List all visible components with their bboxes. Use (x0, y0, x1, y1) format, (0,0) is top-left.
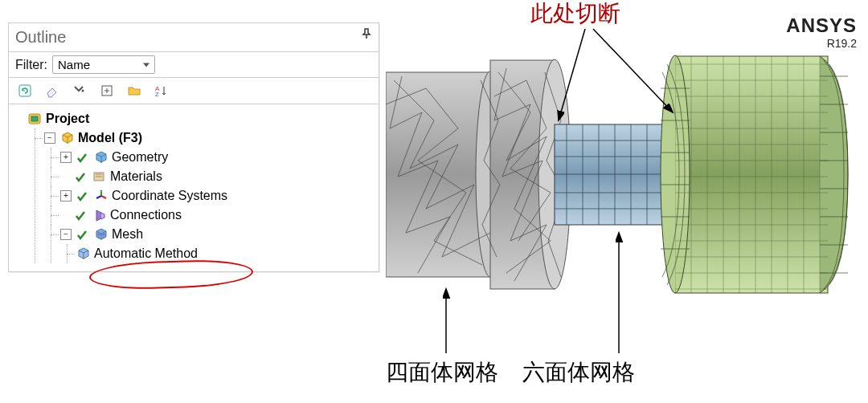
tree-project[interactable]: Project (28, 109, 375, 128)
outline-tree[interactable]: Project − Model (F3) + (9, 104, 379, 271)
filter-dropdown-value: Name (58, 58, 90, 71)
check-icon (76, 227, 91, 242)
tree-coord-label: Coordinate Systems (112, 186, 227, 206)
toolbar-expand-icon[interactable] (97, 81, 117, 100)
check-icon (76, 189, 91, 203)
check-icon (75, 208, 89, 222)
tree-project-label: Project (46, 109, 89, 128)
viewport[interactable]: ANSYS R19.2 (386, 0, 868, 403)
annot-hex: 六面体网格 (522, 357, 635, 388)
annot-tet: 四面体网格 (386, 357, 498, 388)
check-icon (76, 150, 91, 165)
svg-point-1 (82, 90, 84, 92)
toolbar-folder-icon[interactable] (125, 81, 144, 100)
svg-rect-6 (31, 116, 38, 121)
model-icon (60, 131, 75, 145)
tree-materials-label: Materials (110, 167, 162, 186)
tree-geometry-label: Geometry (112, 148, 168, 167)
outline-title-text: Outline (15, 28, 66, 46)
tree-coord[interactable]: + Coordinate Systems (60, 186, 375, 206)
tree-mesh[interactable]: − Mesh (60, 225, 375, 244)
tree-automethod[interactable]: Automatic Method (76, 244, 375, 263)
mesh-icon (94, 227, 108, 242)
toolbar-erase-icon[interactable] (43, 81, 62, 100)
project-icon (28, 112, 43, 126)
filter-dropdown[interactable]: Name (52, 55, 155, 74)
pin-icon[interactable] (361, 28, 372, 43)
annotation-arrows (386, 0, 868, 403)
tree-model-label: Model (F3) (78, 128, 142, 148)
filter-row: Filter: Name (9, 52, 379, 78)
mesh-method-icon (76, 246, 91, 261)
axes-icon (94, 189, 108, 203)
check-icon (75, 169, 89, 184)
expand-icon[interactable]: + (60, 152, 72, 163)
tree-model[interactable]: − Model (F3) (44, 128, 375, 148)
materials-icon (92, 169, 107, 184)
connections-icon (92, 208, 107, 222)
toolbar-sort-icon[interactable]: AZ (152, 81, 171, 100)
expand-icon[interactable]: + (60, 190, 72, 202)
svg-text:Z: Z (155, 91, 159, 98)
tree-automethod-label: Automatic Method (94, 244, 198, 263)
collapse-icon[interactable]: − (60, 229, 72, 240)
collapse-icon[interactable]: − (44, 132, 55, 144)
filter-label: Filter: (15, 58, 47, 72)
tree-connections[interactable]: Connections (60, 206, 375, 225)
toolbar: AZ (9, 78, 379, 104)
outline-panel: Outline Filter: Name AZ (8, 22, 379, 272)
toolbar-filter-icon[interactable] (70, 81, 89, 100)
toolbar-refresh-icon[interactable] (15, 81, 35, 100)
tree-materials[interactable]: Materials (60, 167, 375, 186)
tree-mesh-label: Mesh (112, 225, 143, 244)
tree-geometry[interactable]: + Geometry (60, 148, 375, 167)
tree-connections-label: Connections (110, 206, 182, 225)
geometry-icon (94, 150, 108, 165)
outline-title-bar: Outline (9, 23, 379, 52)
